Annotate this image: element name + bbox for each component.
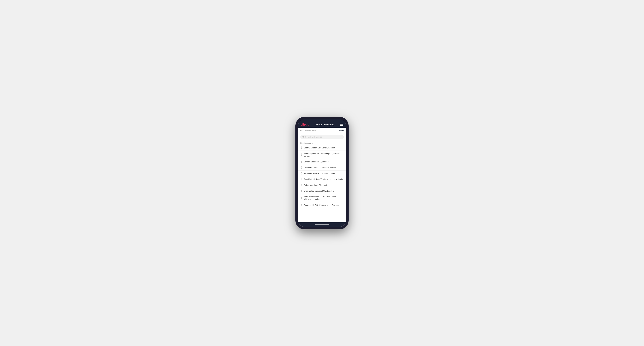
pin-icon: [300, 154, 302, 156]
pin-icon: [300, 147, 302, 149]
list-item[interactable]: Central London Golf Centre, London: [298, 145, 346, 151]
find-label: Find a Golf Course: [300, 129, 316, 132]
svg-point-9: [301, 190, 302, 191]
pin-icon: [300, 167, 302, 169]
list-item[interactable]: Roehampton Club - Roehampton, Greater Lo…: [298, 151, 346, 159]
app-logo: clippd: [301, 123, 310, 126]
phone-frame: clippd Recent Searches Find a Golf Cours…: [296, 117, 348, 229]
svg-point-2: [301, 147, 302, 148]
course-name: Richmond Park GC - Duke's, London: [304, 172, 336, 175]
nearby-label: Nearby courses: [298, 141, 346, 145]
phone-screen: clippd Recent Searches Find a Golf Cours…: [298, 119, 346, 227]
list-item[interactable]: London Scottish GC, London: [298, 159, 346, 165]
status-bar: [298, 119, 346, 122]
list-item[interactable]: North Middlesex GC (1011942 - North Midd…: [298, 194, 346, 202]
svg-line-1: [304, 137, 304, 138]
list-item[interactable]: Richmond Park GC - Duke's, London: [298, 171, 346, 176]
course-name: Brent Valley Municipal GC, London: [304, 190, 334, 192]
search-box: [300, 135, 344, 139]
list-item[interactable]: Richmond Park GC - Prince's, Surrey: [298, 165, 346, 171]
pin-icon: [300, 190, 302, 192]
course-name: Coombe Hill GC, Kingston upon Thames: [304, 204, 339, 206]
svg-point-11: [301, 204, 302, 205]
nav-title: Recent Searches: [316, 123, 334, 126]
course-name: Dukes Meadows GC, London: [304, 184, 329, 186]
pin-icon: [300, 184, 302, 186]
courses-list: Nearby courses Central London Golf Centr…: [298, 141, 346, 222]
course-name: Roehampton Club - Roehampton, Greater Lo…: [304, 152, 344, 157]
svg-point-3: [301, 154, 302, 155]
svg-point-4: [301, 161, 302, 162]
list-item[interactable]: Dukes Meadows GC, London: [298, 182, 346, 188]
search-icon: [302, 136, 304, 138]
course-name: London Scottish GC, London: [304, 161, 328, 163]
find-header: Find a Golf Course Cancel: [298, 128, 346, 133]
svg-point-7: [301, 178, 302, 179]
pin-icon: [300, 197, 302, 199]
list-item[interactable]: Royal Wimbledon GC, Great London Authori…: [298, 176, 346, 182]
search-container: [298, 133, 346, 141]
search-input[interactable]: [305, 136, 342, 138]
svg-point-10: [301, 197, 302, 198]
course-name: Richmond Park GC - Prince's, Surrey: [304, 167, 336, 169]
svg-point-5: [301, 167, 302, 168]
hamburger-menu-icon[interactable]: [340, 124, 343, 126]
course-name: Royal Wimbledon GC, Great London Authori…: [304, 178, 343, 180]
list-item[interactable]: Coombe Hill GC, Kingston upon Thames: [298, 202, 346, 208]
svg-point-0: [302, 136, 304, 137]
courses-container: Central London Golf Centre, London Roeha…: [298, 145, 346, 208]
pin-icon: [300, 172, 302, 175]
pin-icon: [300, 178, 302, 180]
home-bar: [315, 224, 329, 225]
svg-point-8: [301, 184, 302, 185]
list-item[interactable]: Brent Valley Municipal GC, London: [298, 188, 346, 194]
nav-bar: clippd Recent Searches: [298, 122, 346, 128]
course-name: North Middlesex GC (1011942 - North Midd…: [304, 195, 344, 200]
home-indicator: [298, 222, 346, 227]
svg-point-6: [301, 173, 302, 173]
course-name: Central London Golf Centre, London: [304, 147, 335, 149]
content-area: Find a Golf Course Cancel Nearby courses: [298, 128, 346, 222]
cancel-button[interactable]: Cancel: [338, 129, 344, 132]
pin-icon: [300, 204, 302, 206]
pin-icon: [300, 161, 302, 163]
